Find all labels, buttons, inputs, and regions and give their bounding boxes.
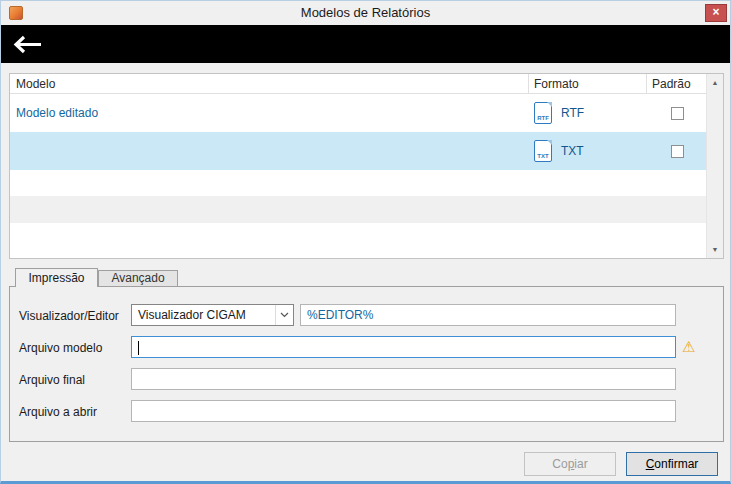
copy-button[interactable]: Copiar (524, 452, 616, 476)
padrao-checkbox[interactable] (671, 145, 684, 158)
vertical-scrollbar[interactable]: ▲ ▼ (706, 74, 723, 258)
triangle-up-icon: ▲ (712, 79, 719, 86)
close-icon: × (712, 5, 719, 19)
close-button[interactable]: × (705, 4, 727, 22)
column-header-padrao[interactable]: Padrão (652, 77, 691, 91)
format-cell: TXT TXT (528, 132, 646, 170)
format-cell: RTF RTF (528, 94, 646, 132)
column-header-modelo[interactable]: Modelo (16, 77, 55, 91)
table-body: Modelo editado RTF RTF TXT (10, 94, 706, 258)
padrao-cell (646, 94, 708, 132)
model-name-cell: Modelo editado (16, 94, 98, 132)
chevron-down-icon (275, 305, 293, 325)
triangle-down-icon: ▼ (712, 246, 719, 253)
empty-row-stripe (10, 196, 706, 223)
format-label: RTF (561, 106, 584, 120)
arquivo-modelo-label: Arquivo modelo (19, 341, 102, 355)
scroll-down-button[interactable]: ▼ (707, 241, 723, 258)
column-header-formato[interactable]: Formato (534, 77, 579, 91)
visualizador-selected-value: Visualizador CIGAM (138, 308, 246, 322)
header-bar (1, 25, 730, 63)
dialog-title: Modelos de Relatórios (1, 5, 730, 20)
title-bar: Modelos de Relatórios × (1, 1, 730, 25)
visualizador-editor-label: Visualizador/Editor (19, 309, 119, 323)
arquivo-final-label: Arquivo final (19, 373, 85, 387)
arquivo-final-input[interactable] (131, 368, 676, 390)
warning-icon: ⚠ (682, 337, 695, 357)
text-caret (138, 341, 139, 355)
arrow-left-icon (13, 43, 43, 57)
models-table: Modelo Formato Padrão Modelo editado RTF… (9, 73, 724, 259)
txt-file-icon: TXT (534, 140, 552, 162)
format-label: TXT (561, 144, 584, 158)
rtf-file-icon: RTF (534, 102, 552, 124)
confirm-button[interactable]: Confirmar (626, 452, 718, 476)
table-row[interactable]: Modelo editado RTF RTF (10, 94, 706, 132)
tab-impressao[interactable]: Impressão (15, 268, 98, 287)
visualizador-select[interactable]: Visualizador CIGAM (131, 304, 294, 326)
arquivo-modelo-input[interactable] (131, 336, 676, 358)
table-header: Modelo Formato Padrão (10, 74, 706, 94)
column-divider (528, 74, 529, 94)
table-row-selected[interactable]: TXT TXT (10, 132, 706, 170)
column-divider (646, 74, 647, 94)
editor-path-input[interactable]: %EDITOR% (300, 304, 676, 326)
dialog-window: Modelos de Relatórios × Modelo Formato P… (0, 0, 731, 484)
arquivo-abrir-label: Arquivo a abrir (19, 405, 97, 419)
tab-avancado[interactable]: Avançado (98, 270, 178, 286)
scroll-up-button[interactable]: ▲ (707, 74, 723, 91)
padrao-checkbox[interactable] (671, 107, 684, 120)
padrao-cell (646, 132, 708, 170)
back-button[interactable] (13, 35, 43, 54)
arquivo-abrir-input[interactable] (131, 400, 676, 422)
